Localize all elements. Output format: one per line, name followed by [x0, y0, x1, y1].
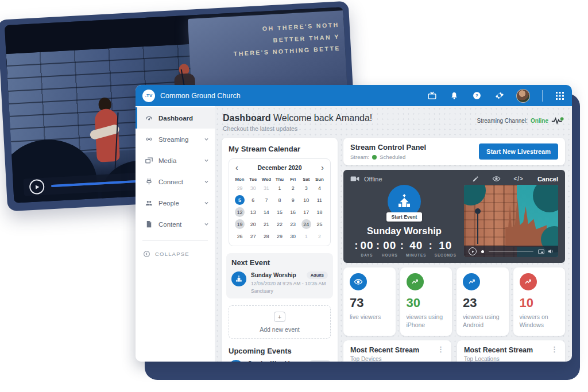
- calendar-day[interactable]: 8: [274, 195, 284, 205]
- calendar-day[interactable]: 19: [235, 219, 245, 229]
- dashboard-icon: [145, 114, 153, 122]
- calendar-day[interactable]: 29: [235, 183, 245, 193]
- cancel-button[interactable]: Cancel: [537, 176, 558, 183]
- chart-icon: [467, 278, 476, 286]
- collapse-button[interactable]: COLLAPSE: [136, 247, 215, 261]
- calendar-day[interactable]: 12: [235, 207, 245, 217]
- next-event-item[interactable]: Sunday Worship Adults 12/05/2020 at 9:25…: [231, 271, 328, 294]
- stream-control-panel: Stream Control Panel Stream: Scheduled S…: [343, 138, 565, 165]
- embed-code-icon[interactable]: </>: [513, 176, 523, 182]
- apps-grid-icon[interactable]: [555, 91, 565, 101]
- volume-icon[interactable]: [548, 249, 554, 254]
- next-event-heading: Next Event: [231, 258, 328, 267]
- edit-pencil-icon[interactable]: [472, 175, 479, 183]
- pip-icon[interactable]: [538, 249, 544, 254]
- calendar-day[interactable]: 24: [301, 219, 311, 229]
- preview-eye-icon[interactable]: [492, 176, 501, 182]
- calendar-day[interactable]: 27: [248, 231, 258, 241]
- calendar-day[interactable]: 14: [261, 207, 271, 217]
- calendar-day[interactable]: 26: [235, 231, 245, 241]
- calendar-day[interactable]: 16: [288, 207, 298, 217]
- chart-icon: [411, 278, 419, 286]
- chevron-down-icon: [204, 222, 209, 227]
- sidebar-item-media[interactable]: Media: [136, 150, 215, 171]
- calendar-day[interactable]: 18: [315, 207, 324, 217]
- calendar-prev-button[interactable]: ‹: [234, 164, 239, 172]
- tv-icon[interactable]: [427, 91, 437, 101]
- top-bar: .TV Common Ground Church ?: [136, 85, 572, 106]
- bell-icon[interactable]: [449, 91, 459, 101]
- countdown-separator: :: [426, 239, 434, 257]
- countdown-timer: : 00 DAYS: [352, 239, 457, 257]
- sidebar-item-dashboard[interactable]: Dashboard: [136, 107, 215, 129]
- calendar-day[interactable]: 9: [288, 195, 298, 205]
- event-datetime: 12/05/2020 at 9:25 AM - 10:35 AM: [251, 281, 328, 286]
- add-new-event-button[interactable]: + Add new event: [229, 305, 331, 339]
- calendar-day[interactable]: 13: [248, 207, 258, 217]
- stat-value: 23: [463, 296, 502, 311]
- calendar-day[interactable]: 2: [315, 231, 324, 241]
- countdown-separator: :: [374, 239, 382, 257]
- calendar-day[interactable]: 22: [274, 219, 284, 229]
- collapse-label: COLLAPSE: [155, 251, 189, 257]
- calendar-day[interactable]: 30: [248, 183, 258, 193]
- calendar-dow-row: MonTueWedThuFriSatSun: [233, 175, 326, 183]
- start-event-button[interactable]: Start Event: [386, 212, 423, 222]
- calendar-day[interactable]: 1: [301, 231, 311, 241]
- stream-label: Stream:: [350, 154, 369, 160]
- kebab-menu-icon[interactable]: ⋮: [551, 346, 558, 353]
- sidebar-item-streaming[interactable]: Streaming: [136, 129, 215, 150]
- calendar-day[interactable]: 11: [315, 195, 324, 205]
- event-title: Sunday Worship: [248, 360, 293, 362]
- start-new-livestream-button[interactable]: Start New Livestream: [479, 143, 558, 160]
- play-button[interactable]: [29, 179, 44, 195]
- calendar-day[interactable]: 31: [261, 183, 271, 193]
- calendar-day[interactable]: 28: [261, 231, 271, 241]
- calendar-grid: 2930311234567891011121314151617181920212…: [233, 183, 326, 241]
- calendar-day[interactable]: 29: [274, 231, 284, 241]
- upcoming-event-item[interactable]: Sunday Worship Adults 12/05/2020 at 9:25…: [229, 360, 331, 362]
- stat-card: 30 viewers using iPhone: [400, 267, 452, 336]
- card-subtitle: Top Locations: [464, 356, 533, 362]
- calendar-day[interactable]: 1: [274, 183, 284, 193]
- kebab-menu-icon[interactable]: ⋮: [437, 346, 444, 353]
- play-button[interactable]: [469, 247, 477, 255]
- progress-handle[interactable]: [481, 250, 484, 253]
- sidebar-item-connect[interactable]: Connect: [136, 171, 215, 192]
- progress-bar[interactable]: [489, 251, 533, 252]
- calendar-day[interactable]: 3: [301, 183, 311, 193]
- calendar-day[interactable]: 21: [261, 219, 271, 229]
- sidebar-label: People: [158, 200, 179, 207]
- event-location: Sanctuary: [251, 288, 328, 294]
- calendar-day[interactable]: 30: [288, 231, 298, 241]
- user-avatar[interactable]: [516, 89, 530, 103]
- calendar-day[interactable]: 4: [315, 183, 324, 193]
- calendar-day[interactable]: 15: [274, 207, 284, 217]
- dow-label: Tue: [246, 175, 260, 183]
- page-title: Dashboard Welcome back Amanda!: [223, 113, 372, 123]
- calendar: ‹ December 2020 › MonTueWedThuFriSatSun …: [229, 158, 331, 246]
- calendar-month: December 2020: [257, 164, 301, 171]
- calendar-day[interactable]: 23: [288, 219, 298, 229]
- calendar-day[interactable]: 2: [288, 183, 298, 193]
- calendar-day[interactable]: 10: [301, 195, 311, 205]
- calendar-day[interactable]: 20: [248, 219, 258, 229]
- sidebar: Dashboard Streaming Media: [136, 106, 215, 362]
- chart-icon: [524, 278, 532, 286]
- event-badge: Adults: [307, 271, 328, 279]
- page-header: Dashboard Welcome back Amanda! Checkout …: [223, 113, 564, 132]
- streaming-channel-status: Streaming Channel: Online: [477, 117, 564, 125]
- calendar-day[interactable]: 17: [301, 207, 311, 217]
- sidebar-item-people[interactable]: People: [136, 192, 215, 214]
- calendar-day[interactable]: 6: [248, 195, 258, 205]
- offline-status-label: Offline: [364, 176, 382, 183]
- calendar-day[interactable]: 5: [235, 195, 245, 205]
- stat-label: live viewers: [350, 313, 389, 321]
- help-icon[interactable]: ?: [471, 91, 482, 101]
- gear-icon[interactable]: [494, 91, 504, 101]
- calendar-day[interactable]: 7: [261, 195, 271, 205]
- streaming-icon: [145, 135, 153, 143]
- calendar-day[interactable]: 25: [315, 219, 324, 229]
- sidebar-item-content[interactable]: Content: [136, 214, 215, 235]
- calendar-next-button[interactable]: ›: [320, 164, 325, 172]
